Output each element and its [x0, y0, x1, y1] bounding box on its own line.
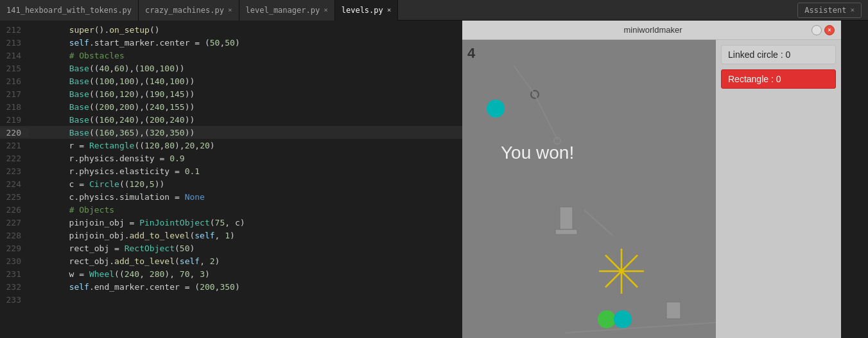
assistent-tab[interactable]: Assistent × — [797, 3, 862, 18]
mini-close-button[interactable]: × — [824, 25, 835, 35]
mini-window: miniworldmaker × 4 You won! — [462, 21, 841, 338]
line-number: 233 — [0, 295, 29, 305]
line-number: 224 — [0, 179, 29, 189]
table-row: 213 self.start_marker.center = (50,50) — [0, 36, 462, 49]
table-row: 223 r.physics.elasticity = 0.1 — [0, 165, 462, 177]
table-row: 225 c.physics.simulation = None — [0, 190, 462, 203]
mini-window-content: 4 You won! — [462, 40, 841, 338]
mini-window-title: miniworldmaker — [494, 25, 812, 35]
line-number: 213 — [0, 38, 29, 48]
line-content: c = Circle((120,5)) — [29, 179, 164, 189]
line-number: 221 — [0, 141, 29, 150]
line-content: r = Rectangle((120,80),20,20) — [29, 141, 215, 150]
line-number: 231 — [0, 269, 29, 279]
table-row: 222 r.physics.density = 0.9 — [0, 152, 462, 165]
line-number: 227 — [0, 218, 29, 227]
line-content: Base((200,200),(240,155)) — [29, 102, 195, 112]
line-content: Base((160,365),(320,350)) — [29, 128, 195, 138]
line-number: 226 — [0, 205, 29, 215]
line-content: # Obstacles — [29, 51, 125, 60]
pin-arm-2 — [514, 66, 535, 94]
assistent-tab-label: Assistent — [804, 6, 846, 15]
table-row: 227 pinjoin_obj = PinJointObject(75, c) — [0, 216, 462, 229]
line-content: Base((40,60),(100,100)) — [29, 64, 185, 73]
tab-hexboard[interactable]: 141_hexboard_with_tokens.py — [0, 0, 139, 21]
mini-titlebar: miniworldmaker × — [462, 21, 841, 40]
rectangle-badge: Rectangle : 0 — [721, 69, 836, 89]
tab-crazy-machines-close[interactable]: × — [228, 6, 232, 14]
cyan-ball-2 — [614, 310, 632, 328]
line-number: 219 — [0, 115, 29, 125]
tab-levels-close[interactable]: × — [387, 6, 392, 14]
line-content: Base((160,240),(200,240)) — [29, 115, 195, 125]
cyan-ball — [487, 100, 505, 118]
tab-levels-label: levels.py — [342, 6, 383, 15]
assistent-close-icon[interactable]: × — [850, 6, 855, 14]
line-content: w = Wheel((240, 280), 70, 3) — [29, 269, 210, 279]
line-number: 215 — [0, 64, 29, 73]
line-number: 218 — [0, 102, 29, 112]
game-canvas: 4 You won! — [462, 40, 716, 338]
mini-window-controls: × — [812, 25, 835, 35]
line-content: Base((160,120),(190,145)) — [29, 89, 195, 99]
diagonal-stick — [584, 210, 613, 236]
line-number: 222 — [0, 154, 29, 163]
line-number: 220 — [0, 128, 29, 138]
table-row: 212 super().on_setup() — [0, 23, 462, 36]
bottom-platform — [565, 323, 716, 333]
table-row: 224 c = Circle((120,5)) — [0, 177, 462, 190]
line-content — [29, 295, 34, 305]
game-svg — [462, 40, 716, 338]
line-content: super().on_setup() — [29, 25, 160, 35]
line-content: c.physics.simulation = None — [29, 192, 205, 202]
table-row: 221 r = Rectangle((120,80),20,20) — [0, 139, 462, 152]
code-lines: 212 super().on_setup() 213 self.start_ma… — [0, 21, 462, 338]
table-row: 214 # Obstacles — [0, 49, 462, 62]
tab-level-manager-label: level_manager.py — [246, 6, 320, 15]
line-number: 216 — [0, 76, 29, 86]
line-number: 212 — [0, 25, 29, 35]
tab-crazy-machines-label: crazy_machines.py — [145, 6, 224, 15]
table-row: 228 pinjoin_obj.add_to_level(self, 1) — [0, 229, 462, 242]
rect-base — [555, 229, 577, 235]
starburst — [599, 249, 644, 294]
line-content: self.end_marker.center = (200,350) — [29, 282, 240, 292]
pin-arm-1 — [535, 94, 557, 139]
line-content: Base((100,100),(140,100)) — [29, 76, 195, 86]
line-number: 228 — [0, 231, 29, 240]
green-ball — [598, 310, 616, 328]
mini-minimize-button[interactable] — [812, 25, 822, 35]
tab-level-manager[interactable]: level_manager.py × — [239, 0, 335, 21]
side-panel: Linked circle : 0 Rectangle : 0 — [716, 40, 841, 338]
line-content: r.physics.elasticity = 0.1 — [29, 166, 200, 176]
line-number: 230 — [0, 256, 29, 266]
linked-circle-label: Linked circle : 0 — [728, 49, 790, 60]
tab-hexboard-label: 141_hexboard_with_tokens.py — [6, 6, 132, 15]
table-row: 230 rect_obj.add_to_level(self, 2) — [0, 254, 462, 267]
table-row: 217 Base((160,120),(190,145)) — [0, 87, 462, 100]
table-row: 216 Base((100,100),(140,100)) — [0, 75, 462, 87]
tab-crazy-machines[interactable]: crazy_machines.py × — [139, 0, 239, 21]
rectangle-label: Rectangle : 0 — [728, 74, 781, 84]
table-row: 229 rect_obj = RectObject(50) — [0, 242, 462, 254]
line-number: 214 — [0, 51, 29, 60]
tab-levels[interactable]: levels.py × — [335, 0, 399, 21]
table-row: 218 Base((200,200),(240,155)) — [0, 100, 462, 113]
rect-obstacle — [560, 207, 573, 229]
code-editor[interactable]: 212 super().on_setup() 213 self.start_ma… — [0, 21, 462, 338]
line-content: # Objects — [29, 205, 114, 215]
table-row: 231 w = Wheel((240, 280), 70, 3) — [0, 267, 462, 280]
tab-level-manager-close[interactable]: × — [324, 6, 328, 14]
table-row: 233 — [0, 293, 462, 306]
table-row: 232 self.end_marker.center = (200,350) — [0, 280, 462, 293]
line-content: pinjoin_obj = PinJointObject(75, c) — [29, 218, 245, 227]
line-content: rect_obj = RectObject(50) — [29, 244, 195, 253]
main-area: 212 super().on_setup() 213 self.start_ma… — [0, 21, 868, 338]
line-content: r.physics.density = 0.9 — [29, 154, 185, 163]
line-number: 229 — [0, 244, 29, 253]
line-number: 217 — [0, 89, 29, 99]
line-number: 232 — [0, 282, 29, 292]
small-rect — [666, 302, 681, 319]
linked-circle-badge: Linked circle : 0 — [721, 45, 836, 64]
line-number: 223 — [0, 166, 29, 176]
